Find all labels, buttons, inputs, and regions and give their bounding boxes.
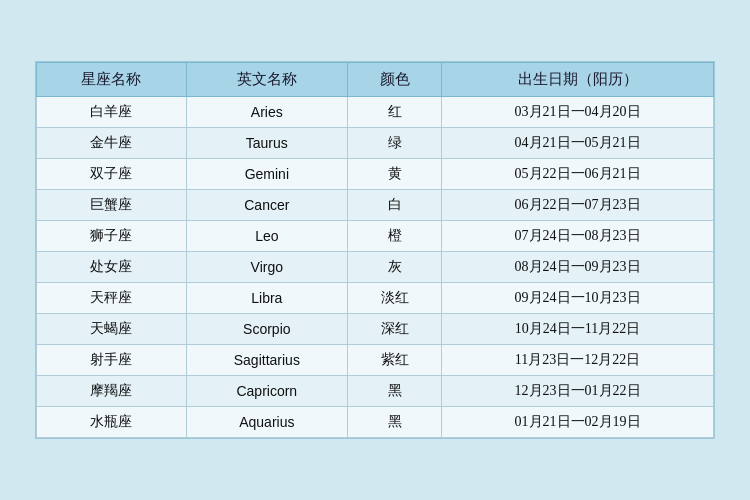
cell-dates: 03月21日一04月20日 xyxy=(442,97,714,128)
cell-color: 白 xyxy=(347,190,441,221)
cell-english-name: Capricorn xyxy=(186,376,347,407)
cell-color: 橙 xyxy=(347,221,441,252)
zodiac-table-container: 星座名称 英文名称 颜色 出生日期（阳历） 白羊座Aries红03月21日一04… xyxy=(35,61,715,439)
table-body: 白羊座Aries红03月21日一04月20日金牛座Taurus绿04月21日一0… xyxy=(37,97,714,438)
table-row: 双子座Gemini黄05月22日一06月21日 xyxy=(37,159,714,190)
cell-chinese-name: 白羊座 xyxy=(37,97,187,128)
cell-dates: 08月24日一09月23日 xyxy=(442,252,714,283)
cell-color: 绿 xyxy=(347,128,441,159)
cell-color: 淡红 xyxy=(347,283,441,314)
zodiac-table: 星座名称 英文名称 颜色 出生日期（阳历） 白羊座Aries红03月21日一04… xyxy=(36,62,714,438)
table-row: 水瓶座Aquarius黑01月21日一02月19日 xyxy=(37,407,714,438)
cell-english-name: Leo xyxy=(186,221,347,252)
cell-color: 紫红 xyxy=(347,345,441,376)
cell-dates: 12月23日一01月22日 xyxy=(442,376,714,407)
cell-dates: 07月24日一08月23日 xyxy=(442,221,714,252)
cell-english-name: Aquarius xyxy=(186,407,347,438)
cell-english-name: Virgo xyxy=(186,252,347,283)
table-row: 巨蟹座Cancer白06月22日一07月23日 xyxy=(37,190,714,221)
cell-english-name: Taurus xyxy=(186,128,347,159)
cell-color: 黄 xyxy=(347,159,441,190)
table-row: 白羊座Aries红03月21日一04月20日 xyxy=(37,97,714,128)
table-row: 处女座Virgo灰08月24日一09月23日 xyxy=(37,252,714,283)
cell-chinese-name: 巨蟹座 xyxy=(37,190,187,221)
cell-color: 灰 xyxy=(347,252,441,283)
cell-color: 黑 xyxy=(347,376,441,407)
cell-chinese-name: 水瓶座 xyxy=(37,407,187,438)
table-row: 摩羯座Capricorn黑12月23日一01月22日 xyxy=(37,376,714,407)
cell-chinese-name: 射手座 xyxy=(37,345,187,376)
cell-color: 深红 xyxy=(347,314,441,345)
header-dates: 出生日期（阳历） xyxy=(442,63,714,97)
table-row: 天秤座Libra淡红09月24日一10月23日 xyxy=(37,283,714,314)
cell-english-name: Gemini xyxy=(186,159,347,190)
cell-dates: 05月22日一06月21日 xyxy=(442,159,714,190)
header-chinese-name: 星座名称 xyxy=(37,63,187,97)
table-row: 射手座Sagittarius紫红11月23日一12月22日 xyxy=(37,345,714,376)
cell-chinese-name: 摩羯座 xyxy=(37,376,187,407)
cell-english-name: Aries xyxy=(186,97,347,128)
cell-chinese-name: 处女座 xyxy=(37,252,187,283)
table-header-row: 星座名称 英文名称 颜色 出生日期（阳历） xyxy=(37,63,714,97)
table-row: 天蝎座Scorpio深红10月24日一11月22日 xyxy=(37,314,714,345)
cell-english-name: Sagittarius xyxy=(186,345,347,376)
cell-chinese-name: 狮子座 xyxy=(37,221,187,252)
header-english-name: 英文名称 xyxy=(186,63,347,97)
cell-color: 黑 xyxy=(347,407,441,438)
cell-chinese-name: 天蝎座 xyxy=(37,314,187,345)
cell-color: 红 xyxy=(347,97,441,128)
cell-dates: 09月24日一10月23日 xyxy=(442,283,714,314)
cell-dates: 04月21日一05月21日 xyxy=(442,128,714,159)
cell-chinese-name: 双子座 xyxy=(37,159,187,190)
cell-chinese-name: 金牛座 xyxy=(37,128,187,159)
cell-chinese-name: 天秤座 xyxy=(37,283,187,314)
table-row: 狮子座Leo橙07月24日一08月23日 xyxy=(37,221,714,252)
cell-english-name: Scorpio xyxy=(186,314,347,345)
cell-dates: 01月21日一02月19日 xyxy=(442,407,714,438)
cell-dates: 11月23日一12月22日 xyxy=(442,345,714,376)
cell-english-name: Cancer xyxy=(186,190,347,221)
cell-dates: 06月22日一07月23日 xyxy=(442,190,714,221)
cell-dates: 10月24日一11月22日 xyxy=(442,314,714,345)
header-color: 颜色 xyxy=(347,63,441,97)
cell-english-name: Libra xyxy=(186,283,347,314)
table-row: 金牛座Taurus绿04月21日一05月21日 xyxy=(37,128,714,159)
